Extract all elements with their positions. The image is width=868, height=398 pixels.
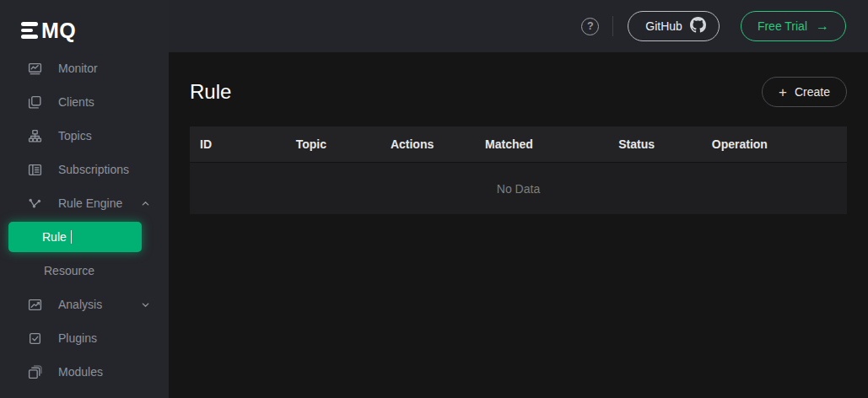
sidebar-item-subscriptions[interactable]: Subscriptions [0,153,169,186]
chevron-up-icon [141,199,150,208]
chevron-down-icon [141,300,150,309]
sidebar-item-label: Rule Engine [58,196,122,210]
github-button[interactable]: GitHub [628,11,720,41]
column-header-topic: Topic [286,137,380,151]
sidebar-item-label: Modules [58,365,103,379]
page-content: Rule + Create ID Topic Actions Matched S… [169,52,868,398]
sidebar-item-rule[interactable]: Rule [8,222,142,252]
plus-icon: + [779,85,787,100]
text-cursor [71,230,73,244]
sidebar-item-label: Monitor [58,62,98,75]
arrow-right-icon: → [816,19,829,33]
emq-logo-text: MQ [41,19,76,43]
title-row: Rule + Create [190,77,847,107]
app-window: MQ Monitor Clients Topics [0,0,868,398]
page-title: Rule [190,80,231,104]
sidebar-subitem-label: Rule [42,230,67,244]
github-icon [690,17,706,35]
rules-table: ID Topic Actions Matched Status Operatio… [190,126,847,214]
sidebar-item-label: Analysis [58,298,102,311]
table-empty-row: No Data [190,162,847,214]
sidebar-item-label: Clients [58,95,94,109]
empty-state-text: No Data [497,182,540,196]
help-button[interactable]: ? [581,18,599,35]
sidebar-item-resource[interactable]: Resource [0,254,169,288]
topics-icon [28,129,42,143]
sidebar-item-rule-engine[interactable]: Rule Engine [0,186,169,220]
sidebar-item-topics[interactable]: Topics [0,119,169,153]
create-button[interactable]: + Create [762,77,847,107]
analysis-icon [28,298,42,312]
column-header-operation: Operation [702,137,847,151]
emq-logo[interactable]: MQ [0,0,169,46]
sidebar-item-modules[interactable]: Modules [0,355,169,389]
main-area: ? GitHub Free Trial → Rule + Create [169,0,868,398]
emq-logo-bars-icon [21,22,38,39]
sidebar-item-label: Plugins [58,331,97,345]
rule-engine-icon [28,196,42,211]
free-trial-label: Free Trial [757,19,807,33]
modules-icon [28,365,42,379]
create-button-label: Create [795,85,830,99]
clients-icon [28,95,42,110]
monitor-icon [28,62,42,76]
column-header-actions: Actions [380,137,475,151]
sidebar-item-monitor[interactable]: Monitor [0,51,169,85]
sidebar-item-label: Subscriptions [58,163,129,176]
table-header-row: ID Topic Actions Matched Status Operatio… [190,126,847,162]
free-trial-button[interactable]: Free Trial → [741,11,846,41]
subscriptions-icon [28,163,42,177]
topbar: ? GitHub Free Trial → [169,0,868,52]
column-header-status: Status [608,137,702,151]
sidebar-nav: Monitor Clients Topics Subscriptions [0,51,169,389]
sidebar-item-clients[interactable]: Clients [0,85,169,119]
sidebar-item-analysis[interactable]: Analysis [0,288,169,321]
sidebar-subitem-label: Resource [44,264,94,277]
sidebar-item-label: Topics [58,129,92,143]
sidebar-item-plugins[interactable]: Plugins [0,321,169,355]
topbar-divider [612,16,613,36]
column-header-matched: Matched [475,137,608,151]
sidebar: MQ Monitor Clients Topics [0,0,169,398]
column-header-id: ID [190,137,286,151]
plugins-icon [28,331,42,346]
question-circle-icon: ? [587,20,594,32]
github-button-label: GitHub [645,19,682,33]
